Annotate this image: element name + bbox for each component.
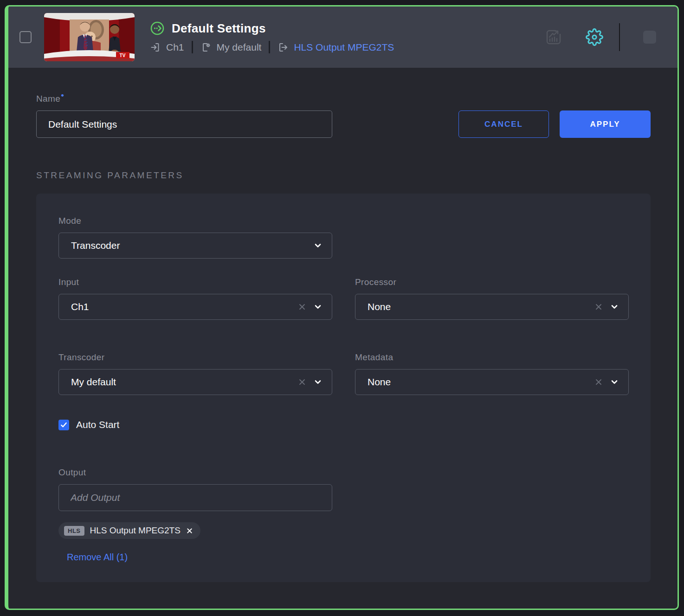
mode-select[interactable]: Transcoder [58, 233, 332, 259]
remove-all-link[interactable]: Remove All (1) [67, 552, 128, 563]
mode-value: Transcoder [71, 240, 313, 251]
metadata-value: None [368, 376, 594, 388]
collapse-square-button[interactable] [643, 31, 656, 44]
streaming-parameters-panel: Mode Transcoder Input Ch1 [36, 194, 651, 582]
header-actions [545, 23, 656, 51]
auto-start-row[interactable]: Auto Start [58, 419, 332, 430]
cancel-button[interactable]: CANCEL [458, 110, 549, 138]
statistics-button[interactable] [545, 28, 562, 46]
name-input[interactable] [36, 110, 332, 138]
output-chip-label: HLS Output MPEG2TS [90, 525, 181, 536]
chevron-down-icon[interactable] [610, 377, 619, 387]
auto-start-label: Auto Start [76, 419, 119, 430]
transcoder-icon [200, 42, 212, 53]
name-label: Name• [36, 94, 651, 104]
processor-value: None [368, 301, 594, 312]
header-bar: TV Default Settings [8, 6, 678, 68]
input-value: Ch1 [71, 301, 297, 312]
breadcrumb-divider [269, 41, 270, 53]
transcoder-value: My default [71, 376, 297, 388]
chevron-down-icon[interactable] [313, 302, 323, 311]
transcoder-label: Transcoder [58, 352, 332, 363]
metadata-select[interactable]: None [355, 369, 629, 395]
input-select[interactable]: Ch1 [58, 294, 332, 320]
settings-button[interactable] [586, 28, 603, 46]
breadcrumb-transcoder: My default [200, 42, 262, 53]
chevron-down-icon[interactable] [610, 302, 619, 311]
section-title: STREAMING PARAMETERS [36, 170, 651, 181]
breadcrumb-output-link[interactable]: HLS Output MPEG2TS [294, 42, 394, 53]
breadcrumb-transcoder-label: My default [217, 42, 262, 53]
tv-logo: TV [120, 53, 126, 58]
required-marker: • [61, 91, 64, 100]
output-chip-type-badge: HLS [64, 526, 84, 536]
breadcrumb: Ch1 My default [150, 41, 394, 53]
header-divider [619, 23, 620, 51]
transcoder-select[interactable]: My default [58, 369, 332, 395]
breadcrumb-input-label: Ch1 [166, 42, 184, 53]
clear-icon[interactable] [594, 377, 603, 387]
breadcrumb-divider [192, 41, 193, 53]
clear-icon[interactable] [297, 377, 307, 387]
channel-settings-card: TV Default Settings [5, 5, 679, 610]
gear-icon [586, 28, 603, 46]
chip-close-icon[interactable] [186, 527, 193, 534]
mode-label: Mode [58, 216, 332, 226]
breadcrumb-input: Ch1 [150, 42, 184, 53]
output-chip: HLS HLS Output MPEG2TS [58, 522, 200, 539]
chart-icon [545, 28, 562, 46]
channel-preview-thumbnail: TV [44, 13, 135, 61]
chevron-down-icon[interactable] [313, 377, 323, 387]
breadcrumb-output: HLS Output MPEG2TS [277, 42, 394, 53]
clear-icon[interactable] [297, 302, 307, 311]
output-icon [277, 42, 289, 53]
title-block: Default Settings Ch1 [150, 21, 394, 53]
input-label: Input [58, 277, 332, 287]
page-title: Default Settings [172, 21, 266, 36]
chevron-down-icon[interactable] [313, 241, 323, 250]
select-channel-checkbox[interactable] [19, 31, 32, 43]
auto-start-checkbox[interactable] [58, 420, 69, 430]
add-output-input[interactable] [58, 484, 332, 511]
metadata-label: Metadata [355, 352, 629, 363]
stream-status-icon [150, 21, 165, 36]
processor-select[interactable]: None [355, 294, 629, 320]
apply-button[interactable]: APPLY [560, 110, 651, 138]
input-icon [150, 42, 161, 53]
processor-label: Processor [355, 277, 629, 287]
clear-icon[interactable] [594, 302, 603, 311]
settings-form: Name• CANCEL APPLY STREAMING PARAMETERS … [8, 94, 678, 582]
output-label: Output [58, 467, 332, 478]
